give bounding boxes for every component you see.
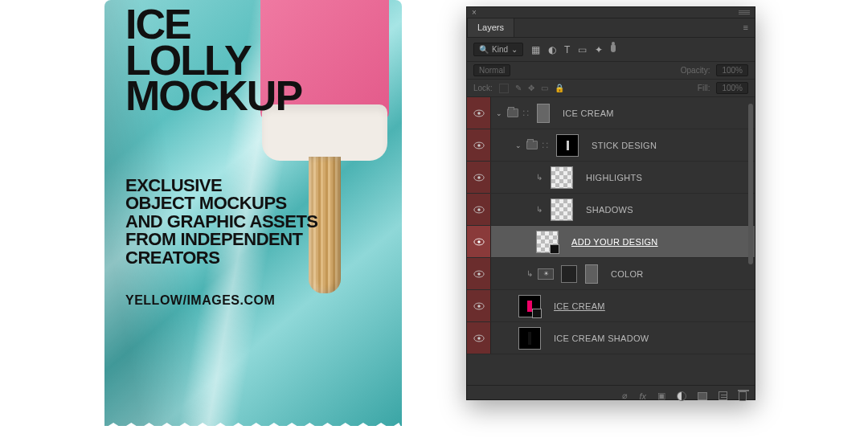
close-icon[interactable]: × [472,8,477,17]
chevron-down-icon: ⌄ [511,45,518,54]
svg-point-5 [477,176,481,179]
panel-footer: ⌀ fx ▣ [467,385,755,406]
fx-icon[interactable]: fx [639,391,646,401]
lock-label: Lock: [473,84,493,92]
layer-name[interactable]: HIGHLIGHTS [586,173,642,182]
adjustment-new-icon[interactable] [677,391,686,401]
mockup-title: ICE LOLLY MOCKUP [125,6,301,114]
filter-kind-label: Kind [492,45,508,54]
filter-shape-icon[interactable]: ▭ [578,44,587,55]
visibility-toggle[interactable] [467,194,491,225]
new-layer-icon[interactable] [719,391,727,400]
filter-kind-select[interactable]: 🔍 Kind ⌄ [473,43,523,56]
link-icon: ⸬ [542,141,548,150]
link-icon: ⸬ [523,108,529,118]
layer-list: ⌄ ⸬ ICE CREAM ⌄ ⸬ STICK DESIGN ↳ HI [467,97,755,385]
filter-type-icon[interactable]: T [564,44,570,55]
mask-icon[interactable]: ▣ [657,391,665,401]
expand-icon[interactable]: ⌄ [496,109,502,117]
folder-icon [507,108,518,117]
layer-name[interactable]: ICE CREAM [563,108,614,118]
layer-scrollbar[interactable] [747,97,753,385]
fill-input[interactable]: 100% [716,82,748,94]
filter-adjust-icon[interactable]: ◐ [548,44,556,55]
layer-thumb [585,264,598,284]
svg-point-13 [477,305,481,308]
panel-menu-icon[interactable]: ≡ [737,18,755,37]
layer-name[interactable]: ADD YOUR DESIGN [571,237,658,247]
layer-thumb [537,104,550,123]
lock-move-icon[interactable]: ✥ [528,84,534,92]
search-icon: 🔍 [479,45,489,54]
lock-trans-icon[interactable] [499,84,509,93]
svg-point-15 [477,337,481,340]
lock-row: Lock: ✎ ✥ ▭ 🔒 Fill: 100% [467,80,755,97]
scroll-thumb[interactable] [748,104,753,264]
blend-row: Normal Opacity: 100% [467,62,755,80]
mask-thumb [561,265,577,283]
layer-name[interactable]: STICK DESIGN [592,141,657,150]
link-layers-icon[interactable]: ⌀ [622,391,628,401]
panel-tabs: Layers ≡ [467,18,755,38]
tab-layers[interactable]: Layers [467,18,514,37]
visibility-toggle[interactable] [467,162,491,193]
layer-thumb [551,198,573,221]
filter-row: 🔍 Kind ⌄ ▦ ◐ T ▭ ✦ [467,38,755,62]
layer-thumb [536,231,559,253]
lock-artboard-icon[interactable]: ▭ [541,84,548,92]
svg-point-9 [477,240,481,244]
lock-brush-icon[interactable]: ✎ [515,84,522,92]
panel-titlebar[interactable]: × [467,7,755,18]
visibility-toggle[interactable] [467,322,491,354]
svg-point-7 [477,208,481,211]
visibility-toggle[interactable] [467,129,491,161]
layer-thumb [556,134,579,157]
layer-row-ice-cream-shadow[interactable]: ICE CREAM SHADOW [467,322,755,354]
lock-all-icon[interactable]: 🔒 [555,84,564,92]
visibility-toggle[interactable] [467,258,491,289]
grip-icon[interactable] [739,10,750,14]
expand-icon[interactable]: ⌄ [515,141,522,149]
layer-name[interactable]: ICE CREAM SHADOW [554,334,649,343]
clip-icon: ↳ [526,269,533,278]
adjustment-icon: ☀ [538,268,554,280]
layer-row-stick-design-group[interactable]: ⌄ ⸬ STICK DESIGN [467,129,755,162]
svg-point-1 [477,112,481,115]
layer-name[interactable]: ICE CREAM [554,301,605,311]
filter-pixel-icon[interactable]: ▦ [531,44,540,55]
opacity-label: Opacity: [681,66,710,75]
visibility-toggle[interactable] [467,97,491,129]
visibility-toggle[interactable] [467,226,491,257]
trash-icon[interactable] [739,391,747,401]
layer-row-highlights[interactable]: ↳ HIGHLIGHTS [467,162,755,194]
layer-thumb [551,166,573,189]
layer-thumb [518,295,541,317]
layer-name[interactable]: SHADOWS [586,205,633,215]
layers-panel: × Layers ≡ 🔍 Kind ⌄ ▦ ◐ T ▭ ✦ Normal Opa… [466,6,755,400]
svg-point-11 [477,272,481,276]
mockup-url: YELLOW/IMAGES.COM [125,293,275,308]
layer-row-ice-cream-group[interactable]: ⌄ ⸬ ICE CREAM [467,97,755,129]
folder-icon [526,141,538,149]
layer-name[interactable]: COLOR [611,269,644,279]
mockup-image: ICE LOLLY MOCKUP EXCLUSIVE OBJECT MOCKUP… [104,0,402,426]
layer-row-add-your-design[interactable]: ADD YOUR DESIGN [467,226,755,258]
clip-icon: ↳ [536,173,542,182]
layer-row-shadows[interactable]: ↳ SHADOWS [467,194,755,226]
filter-toggle-icon[interactable] [611,44,616,52]
opacity-input[interactable]: 100% [716,64,748,76]
clip-icon: ↳ [536,205,542,214]
group-new-icon[interactable] [698,392,707,400]
blend-mode-select[interactable]: Normal [473,64,510,76]
visibility-toggle[interactable] [467,290,491,321]
layer-row-color[interactable]: ↳ ☀ COLOR [467,258,755,290]
mockup-subtitle: EXCLUSIVE OBJECT MOCKUPS AND GRAPHIC ASS… [125,177,318,267]
fill-label: Fill: [698,84,710,92]
layer-thumb [518,327,541,350]
layer-row-ice-cream-smart[interactable]: ICE CREAM [467,290,755,322]
filter-smart-icon[interactable]: ✦ [595,44,603,55]
svg-point-3 [477,144,481,147]
